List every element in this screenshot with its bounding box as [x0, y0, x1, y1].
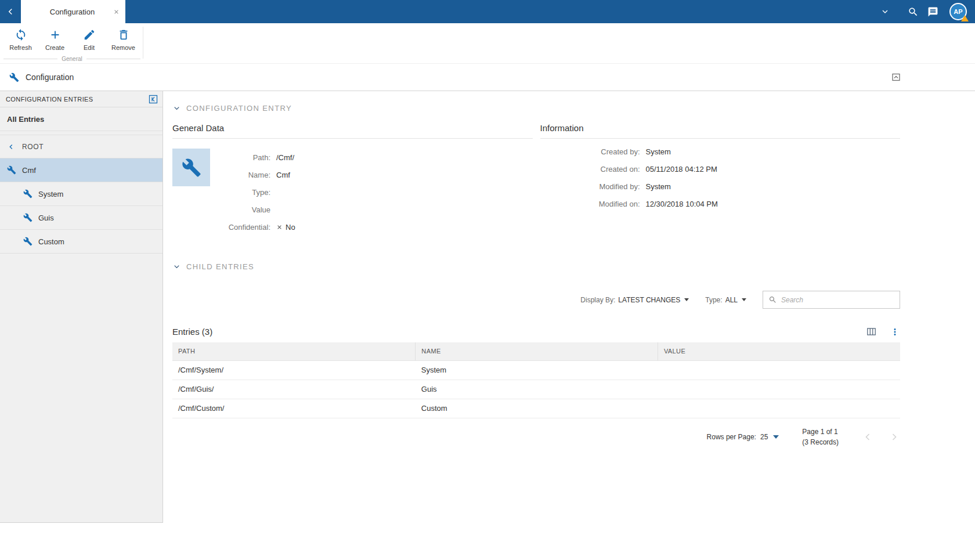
- table-header-row: PATH NAME VALUE: [172, 342, 900, 360]
- search-button[interactable]: [903, 2, 923, 21]
- remove-label: Remove: [111, 44, 135, 51]
- entries-actions: [866, 326, 900, 337]
- prev-page-button[interactable]: [862, 431, 873, 443]
- chevron-down-icon: [684, 298, 689, 301]
- menu-dropdown-button[interactable]: [875, 2, 895, 21]
- warning-badge-icon: [961, 15, 969, 21]
- main-panel: CONFIGURATION ENTRY General Data Path: /…: [163, 91, 975, 560]
- entry-columns: General Data Path: /Cmf/ Name:: [172, 123, 900, 236]
- field-value: System: [646, 147, 671, 156]
- collapse-header-icon[interactable]: [891, 73, 901, 82]
- sidebar-item-system[interactable]: System: [0, 182, 162, 206]
- column-header-name[interactable]: NAME: [416, 342, 658, 360]
- back-button[interactable]: [0, 0, 21, 23]
- field-label: Type:: [219, 188, 270, 197]
- rows-per-page-label: Rows per Page:: [707, 433, 756, 441]
- edit-button[interactable]: Edit: [72, 26, 106, 51]
- sidebar-item-custom[interactable]: Custom: [0, 230, 162, 254]
- tab-title: Configuration: [35, 8, 110, 16]
- table-row[interactable]: /Cmf/Custom/ Custom: [172, 399, 900, 418]
- entry-type-tile: [172, 149, 210, 186]
- sidebar-item-cmf[interactable]: Cmf: [0, 158, 162, 182]
- general-data-column: General Data Path: /Cmf/ Name:: [172, 123, 533, 236]
- refresh-icon: [15, 28, 27, 41]
- search-box[interactable]: [763, 291, 900, 309]
- root-label: ROOT: [22, 143, 44, 151]
- cell-name: Guis: [416, 380, 658, 399]
- close-tab-icon[interactable]: [113, 9, 120, 15]
- avatar-initials: AP: [954, 8, 962, 15]
- sidebar-title: CONFIGURATION ENTRIES: [6, 96, 149, 103]
- general-data-fields: Path: /Cmf/ Name: Cmf Type: Value: [219, 149, 533, 236]
- general-data-body: Path: /Cmf/ Name: Cmf Type: Value: [172, 149, 533, 236]
- table-row[interactable]: /Cmf/System/ System: [172, 360, 900, 380]
- field-confidential: Confidential: No: [219, 218, 533, 236]
- sidebar-header: CONFIGURATION ENTRIES: [0, 91, 162, 107]
- section-configuration-entry[interactable]: CONFIGURATION ENTRY: [172, 104, 900, 113]
- field-label: Name:: [219, 171, 270, 179]
- kebab-menu-icon[interactable]: [890, 327, 900, 337]
- field-value: Cmf: [276, 171, 290, 179]
- sidebar-item-all-entries[interactable]: All Entries: [0, 107, 162, 131]
- search-input[interactable]: [781, 296, 894, 304]
- next-page-button[interactable]: [889, 431, 900, 443]
- sidebar-item-root[interactable]: ROOT: [0, 135, 162, 158]
- cell-name: System: [416, 360, 658, 380]
- messages-button[interactable]: [923, 2, 943, 21]
- content: CONFIGURATION ENTRIES All Entries ROOT C…: [0, 91, 975, 560]
- topbar-actions: AP: [875, 0, 975, 23]
- field-value: 05/11/2018 04:12 PM: [646, 165, 717, 174]
- pencil-icon: [83, 28, 96, 41]
- field-label: Modified by:: [540, 182, 640, 191]
- section-child-entries[interactable]: CHILD ENTRIES: [172, 262, 900, 271]
- topbar-spacer: [125, 0, 875, 23]
- collapse-sidebar-icon[interactable]: [149, 95, 158, 104]
- cell-value: [658, 380, 900, 399]
- display-by-dropdown[interactable]: Display By: LATEST CHANGES: [580, 296, 689, 304]
- wrench-icon: [23, 189, 32, 198]
- breadcrumb: Configuration: [0, 64, 975, 91]
- edit-label: Edit: [84, 44, 95, 51]
- rows-per-page-dropdown[interactable]: Rows per Page:25: [707, 433, 779, 441]
- group-divider-line: [86, 59, 140, 59]
- section-title: CHILD ENTRIES: [186, 262, 254, 271]
- create-button[interactable]: Create: [38, 26, 72, 51]
- field-modified-by: Modified by: System: [540, 178, 901, 195]
- search-icon: [908, 6, 919, 17]
- field-label: Path:: [219, 153, 270, 162]
- create-label: Create: [45, 44, 64, 51]
- chevron-right-icon: [889, 431, 900, 443]
- field-value: /Cmf/: [276, 153, 294, 162]
- columns-icon[interactable]: [866, 326, 877, 337]
- information-title: Information: [540, 123, 901, 139]
- group-divider-line: [3, 59, 57, 59]
- remove-button[interactable]: Remove: [106, 26, 140, 51]
- wrench-icon: [182, 158, 201, 178]
- type-value: ALL: [725, 296, 738, 304]
- chevron-down-icon: [773, 435, 779, 439]
- sidebar: CONFIGURATION ENTRIES All Entries ROOT C…: [0, 91, 163, 523]
- column-header-path[interactable]: PATH: [172, 342, 416, 360]
- field-value: System: [646, 182, 671, 191]
- type-label: Type:: [705, 296, 722, 304]
- toolbar: Refresh Create Edit Remove: [0, 23, 975, 64]
- toolbar-group-footer: General: [3, 54, 140, 63]
- refresh-button[interactable]: Refresh: [3, 26, 38, 51]
- avatar[interactable]: AP: [949, 3, 967, 20]
- column-header-value[interactable]: VALUE: [658, 342, 900, 360]
- page-label: Page 1 of 1: [802, 427, 839, 437]
- type-dropdown[interactable]: Type: ALL: [705, 296, 746, 304]
- field-value-row: Value: [219, 201, 533, 218]
- pagination: Rows per Page:25 Page 1 of 1 (3 Records): [172, 427, 900, 447]
- information-fields: Created by: System Created on: 05/11/201…: [540, 143, 901, 212]
- table-row[interactable]: /Cmf/Guis/ Guis: [172, 380, 900, 399]
- field-label: Confidential:: [219, 223, 270, 232]
- tab-configuration[interactable]: Configuration: [21, 0, 125, 23]
- toolbar-group-general: Refresh Create Edit Remove: [0, 23, 143, 63]
- pager: [862, 431, 900, 443]
- wrench-icon: [23, 237, 32, 246]
- toolbar-buttons: Refresh Create Edit Remove: [3, 23, 140, 54]
- sidebar-item-guis[interactable]: Guis: [0, 206, 162, 230]
- display-by-value: LATEST CHANGES: [618, 296, 680, 304]
- cell-path: /Cmf/Custom/: [172, 399, 416, 418]
